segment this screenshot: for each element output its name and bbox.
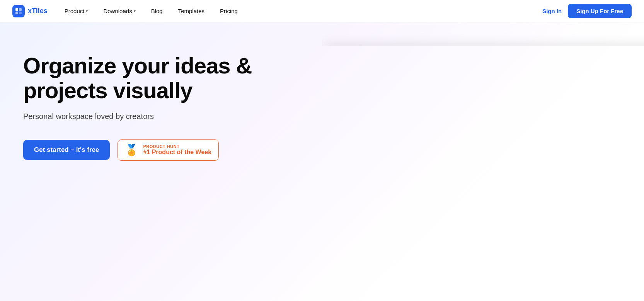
svg-rect-2 (15, 12, 18, 14)
nav-blog[interactable]: Blog (143, 0, 170, 22)
hero-left: Organize your ideas & projects visually … (0, 22, 322, 184)
nav-product[interactable]: Product ▾ (57, 0, 96, 22)
nav-left: xTiles Product ▾ Downloads ▾ Blog Templa… (12, 0, 245, 22)
product-hunt-badge[interactable]: 🏅 PRODUCT HUNT #1 Product of the Week (118, 139, 219, 161)
nav-pricing[interactable]: Pricing (212, 0, 245, 22)
nav-right: Sign In Sign Up For Free (542, 4, 632, 18)
logo[interactable]: xTiles (12, 5, 48, 17)
svg-rect-0 (15, 8, 18, 11)
chevron-down-icon: ▾ (134, 9, 136, 13)
logo-icon (12, 5, 25, 17)
nav-templates[interactable]: Templates (170, 0, 212, 22)
hero-title: Organize your ideas & projects visually (23, 53, 307, 103)
navbar: xTiles Product ▾ Downloads ▾ Blog Templa… (0, 0, 644, 22)
signup-button[interactable]: Sign Up For Free (568, 4, 632, 18)
nav-downloads[interactable]: Downloads ▾ (95, 0, 143, 22)
hero-section: Organize your ideas & projects visually … (0, 22, 644, 301)
svg-rect-3 (19, 12, 22, 14)
product-hunt-text: PRODUCT HUNT #1 Product of the Week (143, 144, 211, 156)
nav-links: Product ▾ Downloads ▾ Blog Templates Pri… (57, 0, 245, 22)
product-hunt-label: PRODUCT HUNT (143, 144, 211, 149)
signin-button[interactable]: Sign In (542, 8, 562, 14)
logo-text: xTiles (28, 7, 48, 15)
hero-subtitle: Personal workspace loved by creators (23, 112, 307, 121)
product-hunt-medal-icon: 🏅 (125, 144, 138, 156)
get-started-button[interactable]: Get started – it's free (23, 140, 110, 160)
hero-actions: Get started – it's free 🏅 PRODUCT HUNT #… (23, 139, 307, 161)
chevron-down-icon: ▾ (86, 9, 88, 13)
svg-rect-1 (19, 8, 22, 11)
product-hunt-rank: #1 Product of the Week (143, 149, 211, 156)
hero-right: Project Dashboard ✓ PROJECT DASHBOARD + (322, 22, 644, 46)
